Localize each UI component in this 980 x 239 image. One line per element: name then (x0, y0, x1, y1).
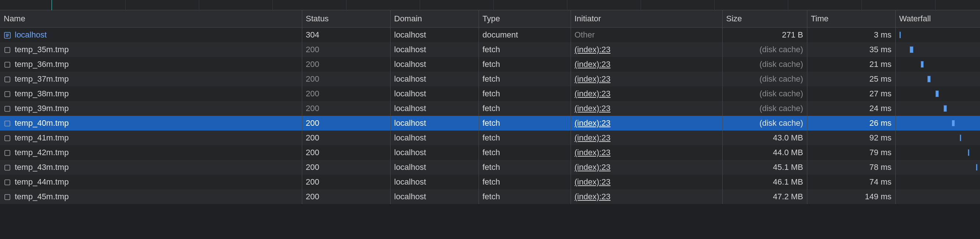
cell-waterfall[interactable] (895, 189, 980, 204)
cell-status: 200 (302, 72, 390, 86)
file-icon (4, 179, 11, 186)
col-header-time[interactable]: Time (807, 10, 895, 27)
cell-waterfall[interactable] (895, 57, 980, 72)
cell-time: 27 ms (807, 86, 895, 101)
waterfall-bar (935, 90, 939, 97)
cell-name[interactable]: temp_42m.tmp (0, 145, 302, 160)
table-row[interactable]: temp_44m.tmp200localhostfetch(index):234… (0, 175, 980, 189)
svg-rect-6 (5, 77, 10, 82)
cell-domain: localhost (390, 86, 479, 101)
table-row[interactable]: temp_35m.tmp200localhostfetch(index):23(… (0, 42, 980, 57)
cell-name[interactable]: temp_44m.tmp (0, 175, 302, 189)
cell-name[interactable]: temp_36m.tmp (0, 57, 302, 72)
initiator-text[interactable]: (index):23 (575, 45, 611, 54)
cell-waterfall[interactable] (895, 72, 980, 86)
cell-domain: localhost (390, 160, 479, 175)
cell-waterfall[interactable] (895, 27, 980, 42)
cell-initiator[interactable]: (index):23 (571, 175, 722, 189)
cell-initiator[interactable]: (index):23 (571, 86, 722, 101)
initiator-text[interactable]: (index):23 (575, 119, 611, 128)
cell-status: 200 (302, 189, 390, 204)
initiator-text[interactable]: (index):23 (575, 163, 611, 172)
cell-name[interactable]: temp_41m.tmp (0, 131, 302, 145)
cell-name[interactable]: temp_39m.tmp (0, 101, 302, 116)
cell-type: fetch (479, 86, 571, 101)
cell-initiator[interactable]: (index):23 (571, 57, 722, 72)
table-row[interactable]: temp_43m.tmp200localhostfetch(index):234… (0, 160, 980, 175)
col-header-waterfall[interactable]: Waterfall (895, 10, 980, 27)
table-row[interactable]: temp_45m.tmp200localhostfetch(index):234… (0, 189, 980, 204)
cell-waterfall[interactable] (895, 145, 980, 160)
table-row[interactable]: localhost304localhostdocumentOther271 B3… (0, 27, 980, 42)
initiator-text[interactable]: (index):23 (575, 74, 611, 84)
file-icon (4, 149, 11, 157)
cell-initiator[interactable]: (index):23 (571, 145, 722, 160)
cell-size: (disk cache) (722, 86, 807, 101)
table-row[interactable]: temp_40m.tmp200localhostfetch(index):23(… (0, 116, 980, 131)
col-header-initiator[interactable]: Initiator (571, 10, 722, 27)
cell-size: (disk cache) (722, 72, 807, 86)
cell-initiator[interactable]: (index):23 (571, 42, 722, 57)
cell-type: fetch (479, 101, 571, 116)
cell-waterfall[interactable] (895, 160, 980, 175)
initiator-text[interactable]: (index):23 (575, 148, 611, 157)
cell-name[interactable]: temp_37m.tmp (0, 72, 302, 86)
cell-size: (disk cache) (722, 101, 807, 116)
cell-waterfall[interactable] (895, 175, 980, 189)
cell-name[interactable]: temp_43m.tmp (0, 160, 302, 175)
cell-initiator[interactable]: (index):23 (571, 116, 722, 131)
cell-type: fetch (479, 116, 571, 131)
cell-domain: localhost (390, 27, 479, 42)
waterfall-lane (899, 86, 976, 101)
file-icon (4, 193, 11, 201)
file-icon (4, 76, 11, 83)
cell-type: fetch (479, 175, 571, 189)
cell-name[interactable]: temp_40m.tmp (0, 116, 302, 131)
cell-type: fetch (479, 145, 571, 160)
svg-rect-8 (5, 106, 10, 111)
cell-name[interactable]: localhost (0, 27, 302, 42)
col-header-name[interactable]: Name (0, 10, 302, 27)
cell-waterfall[interactable] (895, 101, 980, 116)
cell-time: 79 ms (807, 145, 895, 160)
cell-initiator[interactable]: (index):23 (571, 131, 722, 145)
col-header-type[interactable]: Type (479, 10, 571, 27)
cell-type: fetch (479, 42, 571, 57)
table-row[interactable]: temp_37m.tmp200localhostfetch(index):23(… (0, 72, 980, 86)
request-name: temp_38m.tmp (15, 89, 69, 98)
cell-name[interactable]: temp_45m.tmp (0, 189, 302, 204)
cell-waterfall[interactable] (895, 86, 980, 101)
cell-waterfall[interactable] (895, 116, 980, 131)
table-row[interactable]: temp_36m.tmp200localhostfetch(index):23(… (0, 57, 980, 72)
timeline-overview[interactable] (0, 0, 980, 10)
table-row[interactable]: temp_38m.tmp200localhostfetch(index):23(… (0, 86, 980, 101)
initiator-text[interactable]: (index):23 (575, 177, 611, 187)
col-header-domain[interactable]: Domain (390, 10, 479, 27)
waterfall-lane (899, 175, 976, 189)
initiator-text[interactable]: (index):23 (575, 89, 611, 98)
initiator-text[interactable]: (index):23 (575, 104, 611, 113)
initiator-text[interactable]: (index):23 (575, 192, 611, 201)
table-row[interactable]: temp_39m.tmp200localhostfetch(index):23(… (0, 101, 980, 116)
document-icon (4, 32, 11, 39)
cell-name[interactable]: temp_35m.tmp (0, 42, 302, 57)
cell-waterfall[interactable] (895, 131, 980, 145)
table-row[interactable]: temp_41m.tmp200localhostfetch(index):234… (0, 131, 980, 145)
waterfall-bar (951, 120, 955, 127)
timeline-tick (493, 0, 494, 10)
cell-initiator[interactable]: (index):23 (571, 72, 722, 86)
svg-rect-11 (5, 150, 10, 155)
col-header-size[interactable]: Size (722, 10, 807, 27)
initiator-text[interactable]: (index):23 (575, 60, 611, 69)
cell-initiator[interactable]: (index):23 (571, 160, 722, 175)
cell-name[interactable]: temp_38m.tmp (0, 86, 302, 101)
cell-size: 45.1 MB (722, 160, 807, 175)
waterfall-bar (928, 76, 931, 82)
table-row[interactable]: temp_42m.tmp200localhostfetch(index):234… (0, 145, 980, 160)
cell-initiator[interactable]: (index):23 (571, 189, 722, 204)
waterfall-lane (899, 189, 976, 204)
initiator-text[interactable]: (index):23 (575, 133, 611, 142)
cell-waterfall[interactable] (895, 42, 980, 57)
col-header-status[interactable]: Status (302, 10, 390, 27)
cell-initiator[interactable]: (index):23 (571, 101, 722, 116)
